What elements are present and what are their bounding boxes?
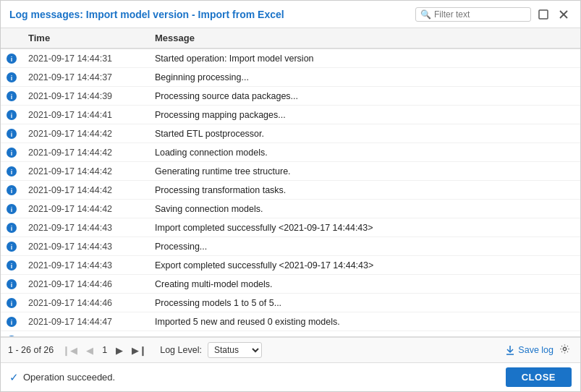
row-info-icon: i [1,204,22,214]
row-info-icon: i [1,279,22,289]
row-time: 2021-09-17 14:44:42 [22,204,149,214]
row-time: 2021-09-17 14:44:46 [22,298,149,308]
table-row: i 2021-09-17 14:44:46 Creating multi-mod… [1,275,580,294]
log-table-body: i 2021-09-17 14:44:31 Started operation:… [1,49,580,336]
row-time: 2021-09-17 14:44:42 [22,148,149,158]
row-message: Processing source data packages... [149,91,580,101]
svg-text:i: i [11,187,13,195]
dialog-title: Log messages: Import model version - Imp… [9,9,284,20]
row-message: Beginning processing... [149,72,580,82]
row-time: 2021-09-17 14:44:46 [22,279,149,289]
table-row: i 2021-09-17 14:44:47 Saving model conne… [1,331,580,336]
row-info-icon: i [1,54,22,64]
row-message: Processing... [149,242,580,252]
row-info-icon: i [1,110,22,120]
row-time: 2021-09-17 14:44:37 [22,72,149,82]
row-message: Creating multi-model models. [149,279,580,289]
svg-text:i: i [11,112,13,119]
log-level-label: Log Level: [160,345,202,355]
table-row: i 2021-09-17 14:44:31 Started operation:… [1,49,580,68]
row-info-icon: i [1,91,22,101]
table-row: i 2021-09-17 14:44:46 Processing models … [1,294,580,312]
log-messages-dialog: Log messages: Import model version - Imp… [0,0,581,392]
prev-page-button[interactable]: ◀ [83,344,96,357]
row-time: 2021-09-17 14:44:42 [22,129,149,139]
row-info-icon: i [1,129,22,139]
footer-bar: 1 - 26 of 26 ❙◀ ◀ 1 ▶ ▶❙ Log Level: Stat… [1,336,580,362]
svg-text:i: i [11,93,13,101]
pagination-range: 1 - 26 of 26 [8,345,54,355]
status-bar: ✓ Operation succeeded. CLOSE [1,362,580,391]
row-message: Started ETL postprocessor. [149,129,580,139]
row-time: 2021-09-17 14:44:42 [22,185,149,195]
row-time: 2021-09-17 14:44:43 [22,260,149,270]
svg-text:i: i [11,244,13,251]
maximize-button[interactable] [535,8,551,21]
gear-icon [559,344,570,354]
svg-text:i: i [11,319,13,326]
table-row: i 2021-09-17 14:44:42 Processing transfo… [1,181,580,200]
svg-text:i: i [11,131,13,138]
row-info-icon: i [1,185,22,195]
next-page-button[interactable]: ▶ [113,344,126,357]
svg-rect-0 [539,10,548,19]
row-message: Imported 5 new and reused 0 existing mod… [149,317,580,327]
row-message: Started operation: Import model version [149,54,580,64]
table-row: i 2021-09-17 14:44:42 Saving connection … [1,200,580,218]
save-log-label: Save log [518,345,554,355]
save-log-button[interactable]: Save log [505,345,554,355]
row-info-icon: i [1,223,22,233]
svg-text:i: i [11,169,13,176]
row-message: Export completed successfully <2021-09-1… [149,260,580,270]
table-row: i 2021-09-17 14:44:43 Export completed s… [1,256,580,275]
row-message: Processing models 1 to 5 of 5... [149,298,580,308]
status-message: Operation succeeded. [23,372,115,383]
row-info-icon: i [1,298,22,308]
row-time: 2021-09-17 14:44:39 [22,91,149,101]
table-row: i 2021-09-17 14:44:42 Loading connection… [1,143,580,162]
table-header: Time Message [1,28,580,49]
table-row: i 2021-09-17 14:44:41 Processing mapping… [1,106,580,124]
last-page-button[interactable]: ▶❙ [129,344,150,357]
table-row: i 2021-09-17 14:44:43 Import completed s… [1,218,580,237]
row-time: 2021-09-17 14:44:41 [22,110,149,120]
title-controls: 🔍 [415,7,572,22]
svg-point-37 [563,347,566,350]
row-message: Processing mapping packages... [149,110,580,120]
svg-text:i: i [11,206,13,213]
row-time: 2021-09-17 14:44:43 [22,223,149,233]
svg-text:i: i [11,300,13,307]
success-icon: ✓ [9,371,19,384]
row-time: 2021-09-17 14:44:42 [22,166,149,176]
svg-text:i: i [11,74,13,82]
row-time: 2021-09-17 14:44:31 [22,54,149,64]
current-page: 1 [99,345,110,355]
svg-text:i: i [11,150,13,157]
table-row: i 2021-09-17 14:44:47 Imported 5 new and… [1,312,580,331]
svg-text:i: i [11,56,13,63]
settings-button[interactable] [556,342,573,358]
table-row: i 2021-09-17 14:44:39 Processing source … [1,87,580,106]
row-time: 2021-09-17 14:44:47 [22,317,149,327]
table-row: i 2021-09-17 14:44:42 Started ETL postpr… [1,124,580,143]
row-info-icon: i [1,317,22,327]
title-bar: Log messages: Import model version - Imp… [1,1,580,28]
message-col-header: Message [149,33,580,43]
row-info-icon: i [1,148,22,158]
table-row: i 2021-09-17 14:44:42 Generating runtime… [1,162,580,181]
table-row: i 2021-09-17 14:44:37 Beginning processi… [1,68,580,87]
status-ok: ✓ Operation succeeded. [9,371,115,384]
first-page-button[interactable]: ❙◀ [59,344,80,357]
search-icon: 🔍 [420,9,431,20]
row-message: Processing transformation tasks. [149,185,580,195]
download-icon [505,345,515,355]
close-window-button[interactable] [556,8,572,21]
filter-input[interactable] [434,9,521,20]
row-info-icon: i [1,166,22,176]
log-level-select[interactable]: StatusDebugInfoWarningError [208,342,262,358]
close-button[interactable]: CLOSE [506,367,572,387]
row-info-icon: i [1,72,22,82]
table-row: i 2021-09-17 14:44:43 Processing... [1,237,580,256]
svg-text:i: i [11,225,13,232]
row-time: 2021-09-17 14:44:43 [22,242,149,252]
